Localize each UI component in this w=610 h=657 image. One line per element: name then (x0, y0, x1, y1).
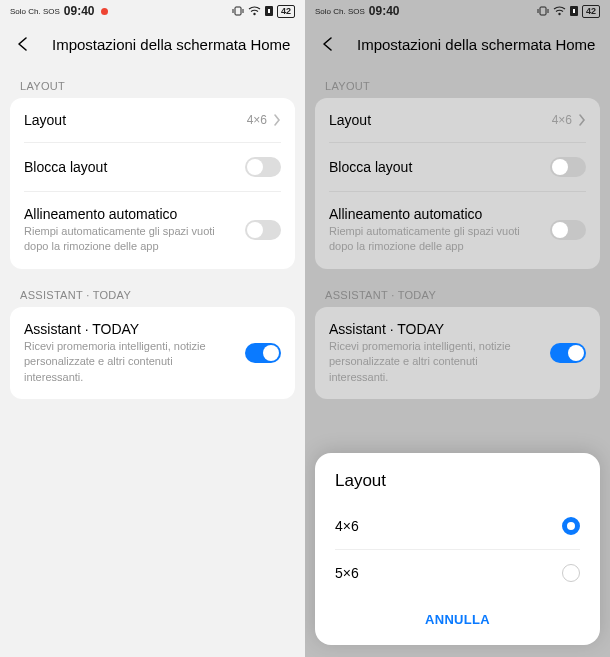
assistant-row[interactable]: Assistant · TODAY Ricevi promemoria inte… (10, 307, 295, 399)
assistant-title: Assistant · TODAY (24, 321, 224, 337)
page-title: Impostazioni della schermata Home (357, 36, 595, 53)
svg-point-9 (558, 13, 560, 15)
assistant-subtitle: Ricevi promemoria intelligenti, notizie … (329, 339, 529, 385)
svg-rect-6 (540, 7, 546, 15)
lock-layout-row[interactable]: Blocca layout (315, 143, 600, 191)
option-label: 4×6 (335, 518, 359, 534)
layout-row[interactable]: Layout 4×6 (315, 98, 600, 142)
layout-card: Layout 4×6 Blocca layout Allineamento au… (10, 98, 295, 269)
assistant-row[interactable]: Assistant · TODAY Ricevi promemoria inte… (315, 307, 600, 399)
page-title: Impostazioni della schermata Home (52, 36, 290, 53)
back-button[interactable] (14, 34, 34, 54)
option-4x6[interactable]: 4×6 (315, 503, 600, 549)
svg-rect-5 (268, 9, 270, 13)
carrier-text: Solo Ch. SOS (10, 7, 60, 16)
sheet-title: Layout (315, 471, 600, 503)
lock-layout-title: Blocca layout (24, 159, 107, 175)
lock-layout-title: Blocca layout (329, 159, 412, 175)
battery-saver-icon (570, 6, 578, 16)
layout-row-value: 4×6 (552, 113, 572, 127)
header: Impostazioni della schermata Home (305, 20, 610, 72)
auto-align-toggle[interactable] (245, 220, 281, 240)
assistant-subtitle: Ricevi promemoria intelligenti, notizie … (24, 339, 224, 385)
radio-selected-icon (562, 517, 580, 535)
chevron-right-icon (578, 113, 586, 127)
layout-row[interactable]: Layout 4×6 (10, 98, 295, 142)
screen-left: Solo Ch. SOS 09:40 42 Impostazioni della… (0, 0, 305, 657)
auto-align-toggle[interactable] (550, 220, 586, 240)
battery-saver-icon (265, 6, 273, 16)
assistant-card: Assistant · TODAY Ricevi promemoria inte… (315, 307, 600, 399)
recording-dot-icon (101, 8, 108, 15)
wifi-icon (248, 6, 261, 16)
battery-indicator: 42 (277, 5, 295, 18)
radio-unselected-icon (562, 564, 580, 582)
lock-layout-row[interactable]: Blocca layout (10, 143, 295, 191)
assistant-toggle[interactable] (245, 343, 281, 363)
wifi-icon (553, 6, 566, 16)
assistant-card: Assistant · TODAY Ricevi promemoria inte… (10, 307, 295, 399)
arrow-left-icon (319, 34, 339, 54)
status-bar: Solo Ch. SOS 09:40 42 (0, 0, 305, 20)
section-label-layout: LAYOUT (0, 72, 305, 98)
back-button[interactable] (319, 34, 339, 54)
auto-align-title: Allineamento automatico (24, 206, 224, 222)
option-label: 5×6 (335, 565, 359, 581)
auto-align-title: Allineamento automatico (329, 206, 529, 222)
clock: 09:40 (64, 4, 95, 18)
section-label-layout: LAYOUT (305, 72, 610, 98)
clock: 09:40 (369, 4, 400, 18)
section-label-assistant: ASSISTANT · TODAY (0, 281, 305, 307)
auto-align-subtitle: Riempi automaticamente gli spazi vuoti d… (24, 224, 224, 255)
svg-point-3 (253, 13, 255, 15)
layout-row-title: Layout (329, 112, 371, 128)
arrow-left-icon (14, 34, 34, 54)
layout-row-value: 4×6 (247, 113, 267, 127)
header: Impostazioni della schermata Home (0, 20, 305, 72)
layout-picker-sheet: Layout 4×6 5×6 ANNULLA (315, 453, 600, 645)
status-right: 42 (537, 5, 600, 18)
auto-align-subtitle: Riempi automaticamente gli spazi vuoti d… (329, 224, 529, 255)
svg-rect-11 (573, 9, 575, 13)
battery-indicator: 42 (582, 5, 600, 18)
svg-rect-0 (235, 7, 241, 15)
lock-layout-toggle[interactable] (550, 157, 586, 177)
lock-layout-toggle[interactable] (245, 157, 281, 177)
assistant-toggle[interactable] (550, 343, 586, 363)
cancel-button[interactable]: ANNULLA (315, 596, 600, 645)
option-5x6[interactable]: 5×6 (315, 550, 600, 596)
layout-card: Layout 4×6 Blocca layout Allineamento au… (315, 98, 600, 269)
assistant-title: Assistant · TODAY (329, 321, 529, 337)
section-label-assistant: ASSISTANT · TODAY (305, 281, 610, 307)
carrier-text: Solo Ch. SOS (315, 7, 365, 16)
status-bar: Solo Ch. SOS 09:40 42 (305, 0, 610, 20)
layout-row-title: Layout (24, 112, 66, 128)
status-right: 42 (232, 5, 295, 18)
vibrate-icon (232, 6, 244, 16)
chevron-right-icon (273, 113, 281, 127)
auto-align-row[interactable]: Allineamento automatico Riempi automatic… (10, 192, 295, 269)
auto-align-row[interactable]: Allineamento automatico Riempi automatic… (315, 192, 600, 269)
screen-right: Solo Ch. SOS 09:40 42 Impostazioni della… (305, 0, 610, 657)
vibrate-icon (537, 6, 549, 16)
